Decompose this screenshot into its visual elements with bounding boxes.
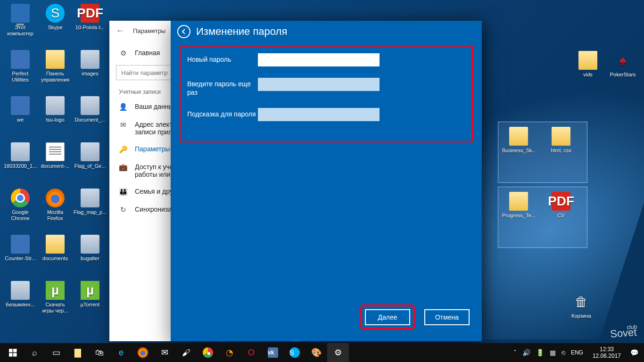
desktop-icon[interactable]: MozillaFirefox bbox=[38, 187, 73, 231]
next-button[interactable]: Далее bbox=[365, 309, 410, 325]
dialog-back-button[interactable] bbox=[177, 25, 190, 38]
chrome-icon bbox=[203, 347, 213, 358]
desktop-icon[interactable]: Flag_of_Ge... bbox=[73, 140, 107, 185]
desktop-icon-label: MozillaFirefox bbox=[47, 209, 63, 222]
desktop-icon[interactable]: µСкачатьигры чер... bbox=[38, 279, 73, 323]
taskbar-app-aimp[interactable]: ◔ bbox=[219, 343, 240, 362]
search-button[interactable]: ⌕ bbox=[24, 343, 45, 362]
tray-chevron-icon[interactable]: ˄ bbox=[513, 349, 517, 356]
desktop-icon[interactable]: Панельуправления bbox=[38, 48, 73, 92]
desktop-icon-label: images bbox=[82, 71, 98, 77]
img-icon bbox=[81, 189, 99, 207]
taskbar-clock[interactable]: 12:33 12.06.2017 bbox=[589, 346, 625, 359]
start-button[interactable] bbox=[2, 343, 24, 362]
desktop-icon[interactable]: Counter-Str... bbox=[3, 233, 38, 277]
battery-icon[interactable]: 🔋 bbox=[536, 349, 544, 356]
skype-icon: S bbox=[46, 4, 65, 23]
desktop-icon-label: PokerStars bbox=[610, 72, 636, 78]
star-icon: ♠ bbox=[613, 51, 632, 70]
taskbar-app-explorer[interactable]: ▇ bbox=[67, 343, 89, 362]
desktop-icon[interactable]: documents bbox=[38, 233, 73, 277]
cancel-button[interactable]: Отмена bbox=[424, 309, 470, 325]
desktop-icon[interactable]: tsu-logo bbox=[38, 94, 73, 139]
recycle-bin[interactable]: 🗑 Корзина bbox=[564, 290, 599, 335]
confirm-password-input[interactable] bbox=[258, 78, 380, 91]
desktop-icon[interactable]: ♠PokerStars bbox=[605, 49, 640, 93]
desktop-icon[interactable]: images bbox=[73, 48, 107, 92]
taskbar-app-skype[interactable]: S bbox=[284, 343, 305, 362]
desktop-icon-label: tsu-logo bbox=[46, 117, 64, 123]
desktop-icon-label: 18033200_1... bbox=[4, 163, 37, 169]
network-icon[interactable]: ▦ bbox=[550, 349, 556, 356]
folder-icon bbox=[509, 192, 528, 211]
volume-icon[interactable]: 🔊 bbox=[522, 349, 530, 356]
task-view-button[interactable]: ▭ bbox=[45, 343, 67, 362]
settings-back-button[interactable]: ← bbox=[116, 26, 124, 36]
system-tray: ˄ 🔊 🔋 ▦ ⎋ ENG 12:33 12.06.2017 💬 bbox=[510, 343, 642, 362]
taskbar-app-firefox[interactable] bbox=[132, 343, 154, 362]
gen-icon bbox=[11, 50, 30, 69]
img-icon bbox=[46, 96, 65, 115]
desktop-icon-label: bugalter bbox=[81, 255, 99, 262]
folder-icon bbox=[578, 51, 597, 70]
field-label: Введите пароль еще раз bbox=[187, 78, 258, 97]
taskbar-app-store[interactable]: 🛍 bbox=[89, 343, 110, 362]
desktop-icon[interactable]: Этоткомпьютер bbox=[3, 2, 38, 46]
txt-icon bbox=[46, 142, 65, 161]
gear-icon: ⚙ bbox=[119, 49, 127, 58]
change-password-dialog: Изменение пароля Новый парольВведите пар… bbox=[171, 21, 482, 341]
taskbar-app-settings[interactable]: ⚙ bbox=[327, 343, 349, 362]
taskbar: ⌕ ▭ ▇ 🛍 e ✉ 🖌 ◔ O vk S 🎨 ⚙ ˄ 🔊 🔋 ▦ ⎋ ENG… bbox=[0, 343, 644, 362]
desktop-icon[interactable]: 18033200_1... bbox=[3, 140, 38, 185]
taskbar-app-mail[interactable]: ✉ bbox=[154, 343, 175, 362]
desktop-icon[interactable]: Безымянн... bbox=[3, 279, 38, 323]
taskbar-app-vk[interactable]: vk bbox=[262, 343, 284, 362]
taskbar-app-edge[interactable]: e bbox=[110, 343, 132, 362]
taskbar-app-opera[interactable]: O bbox=[240, 343, 262, 362]
desktop-icon[interactable]: bugalter bbox=[73, 233, 107, 277]
desktop-icon[interactable]: SSkype bbox=[38, 2, 73, 46]
svg-rect-2 bbox=[9, 353, 13, 357]
action-center-icon[interactable]: 💬 bbox=[630, 349, 638, 356]
desktop-icon[interactable]: html, css bbox=[544, 125, 578, 169]
mail-icon: ✉ bbox=[119, 121, 127, 129]
store-icon: 🛍 bbox=[95, 348, 104, 358]
desktop-icon[interactable]: vids bbox=[570, 49, 605, 93]
pc-icon bbox=[11, 4, 30, 23]
language-indicator[interactable]: ENG bbox=[571, 349, 583, 356]
desktop-icon[interactable]: Business_Sk... bbox=[501, 125, 536, 169]
gear-icon: ⚙ bbox=[334, 347, 342, 358]
clock-date: 12.06.2017 bbox=[593, 353, 621, 359]
desktop-icon-label: we bbox=[17, 117, 24, 123]
desktop-icon[interactable]: PerfectUtilities bbox=[3, 48, 38, 92]
taskbar-app-paintnet[interactable]: 🖌 bbox=[175, 343, 197, 362]
desktop-icon[interactable]: Progress_Te... bbox=[501, 190, 536, 234]
taskbar-app-paint[interactable]: 🎨 bbox=[305, 343, 327, 362]
password-hint-input[interactable] bbox=[258, 108, 380, 121]
img-icon bbox=[81, 50, 99, 69]
wifi-icon[interactable]: ⎋ bbox=[561, 349, 565, 356]
selection-box-1: Business_Sk...html, css bbox=[498, 122, 587, 183]
desktop-icon-label: CV bbox=[557, 213, 564, 219]
ff-icon bbox=[46, 189, 65, 207]
new-password-input[interactable] bbox=[258, 53, 380, 66]
arrow-left-icon bbox=[181, 28, 187, 35]
desktop-icon[interactable]: document-... bbox=[38, 140, 73, 185]
recycle-bin-label: Корзина bbox=[571, 313, 591, 319]
folder-icon bbox=[46, 50, 65, 69]
aimp-icon: ◔ bbox=[226, 347, 233, 358]
desktop-icon[interactable]: Flag_map_p... bbox=[73, 187, 107, 231]
desktop-icon[interactable]: GoogleChrome bbox=[3, 187, 38, 231]
pdf-icon: PDF bbox=[81, 4, 99, 23]
desktop-icon[interactable]: µµTorrent bbox=[73, 279, 107, 323]
field-label: Подсказка для пароля bbox=[187, 108, 258, 118]
gen-icon bbox=[11, 96, 30, 115]
desktop-icon[interactable]: Document_... bbox=[73, 94, 107, 139]
desktop-icon[interactable]: PDFCV bbox=[544, 190, 578, 234]
svg-rect-1 bbox=[13, 349, 17, 353]
desktop-icon-label: µTorrent bbox=[81, 302, 100, 308]
taskbar-app-chrome[interactable] bbox=[197, 343, 219, 362]
desktop-icon-label: Business_Sk... bbox=[502, 148, 535, 154]
desktop-icon[interactable]: we bbox=[3, 94, 38, 139]
desktop-icon[interactable]: PDF10-Points-t... bbox=[73, 2, 107, 46]
